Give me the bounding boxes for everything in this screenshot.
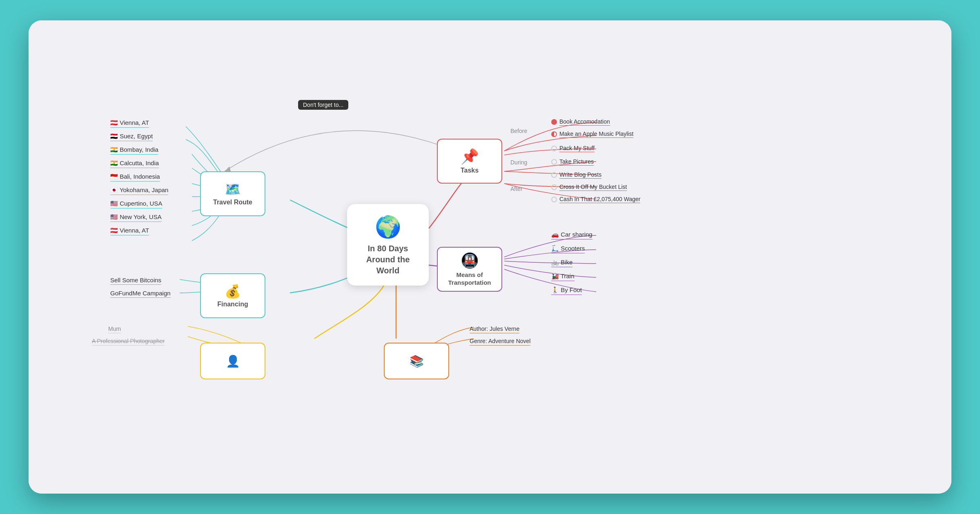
- transport-train: 🚂 Train: [551, 273, 575, 281]
- task-pictures: Take Pictures: [551, 158, 594, 166]
- task-apple-music: Make an Apple Music Playlist: [551, 131, 633, 138]
- task-empty-icon-2: [551, 159, 557, 165]
- transport-car: 🚗 Car sharing: [551, 231, 592, 239]
- bottom-left-icon: 👤: [226, 354, 240, 368]
- contact-photographer: A Professional Photographer: [92, 338, 165, 346]
- task-check-icon: [551, 119, 557, 125]
- location-cupertino: 🇺🇸 Cupertino, USA: [110, 200, 162, 208]
- location-suez: 🇪🇬 Suez, Egypt: [110, 133, 153, 141]
- transport-icon: 🚇: [461, 252, 479, 269]
- task-blog: Write Blog Posts: [551, 171, 601, 179]
- financing-node[interactable]: 💰 Financing: [200, 273, 265, 318]
- location-calcutta: 🇮🇳 Calcutta, India: [110, 160, 159, 168]
- bottom-right-node[interactable]: 📚: [384, 343, 449, 379]
- before-label: Before: [510, 128, 527, 134]
- tooltip-label: Don't forget to...: [298, 100, 348, 110]
- book-genre: Genre: Adventure Novel: [470, 338, 530, 346]
- transport-bike: 🚲 Bike: [551, 259, 572, 267]
- during-label: During: [510, 159, 527, 166]
- task-half-icon: [551, 131, 557, 137]
- transport-scooter: 🛴 Scooters: [551, 245, 585, 253]
- location-new-york: 🇺🇸 New York, USA: [110, 213, 162, 222]
- transport-node[interactable]: 🚇 Means ofTransportation: [437, 247, 502, 292]
- task-wager: Cash In That £2,075,400 Wager: [551, 196, 640, 203]
- transport-foot: 🚶 By Foot: [551, 286, 582, 295]
- travel-route-node[interactable]: 🗺️ Travel Route: [200, 171, 265, 216]
- location-bali: 🇮🇩 Bali, Indonesia: [110, 173, 160, 182]
- task-empty-icon-5: [551, 197, 557, 202]
- finance-icon: 💰: [225, 284, 241, 299]
- mind-map-canvas[interactable]: Don't forget to... 🌍 In 80 Days Around t…: [29, 20, 951, 494]
- bottom-left-node[interactable]: 👤: [200, 343, 265, 379]
- location-bombay: 🇮🇳 Bombay, India: [110, 146, 158, 155]
- center-node[interactable]: 🌍 In 80 Days Around the World: [347, 204, 429, 286]
- tasks-icon: 📌: [461, 148, 479, 165]
- task-bucket-list: Cross It Off My Bucket List: [551, 184, 627, 191]
- tasks-node[interactable]: 📌 Tasks: [437, 139, 502, 184]
- route-icon: 🗺️: [225, 182, 241, 197]
- task-empty-icon-3: [551, 172, 557, 178]
- monitor: Don't forget to... 🌍 In 80 Days Around t…: [29, 20, 951, 494]
- location-yokohama: 🇯🇵 Yokohama, Japan: [110, 186, 168, 195]
- task-empty-icon: [551, 146, 557, 151]
- location-vienna-at-2: 🇦🇹 Vienna, AT: [110, 227, 149, 235]
- bottom-right-icon: 📚: [410, 354, 424, 368]
- location-vienna-at-1: 🇦🇹 Vienna, AT: [110, 119, 149, 128]
- financing-gofundme: GoFundMe Campaign: [110, 290, 171, 298]
- after-label: After: [510, 186, 523, 192]
- financing-bitcoin: Sell Some Bitcoins: [110, 277, 161, 285]
- task-book-accomodation: Book Accomodation: [551, 118, 610, 126]
- contact-mum: Mum: [108, 326, 121, 333]
- task-empty-icon-4: [551, 184, 557, 190]
- book-author: Author: Jules Verne: [470, 326, 519, 333]
- task-pack: Pack My Stuff: [551, 145, 595, 152]
